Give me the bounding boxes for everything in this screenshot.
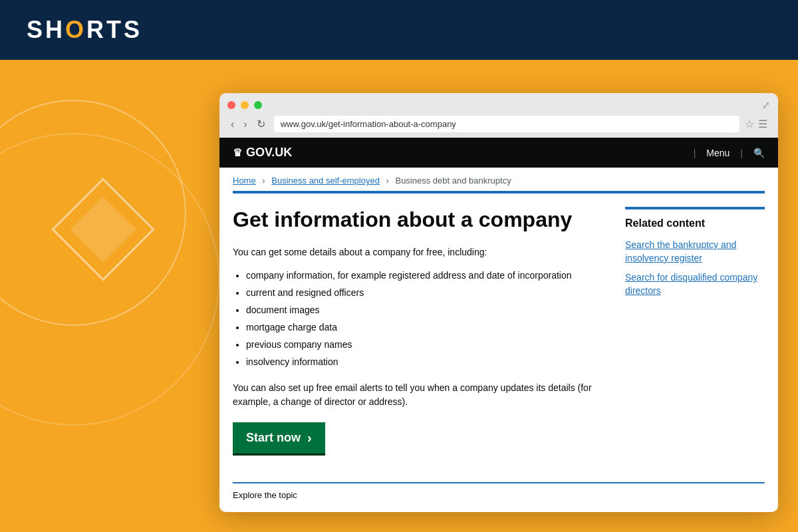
page-note: You can also set up free email alerts to… xyxy=(233,381,605,409)
feature-list: company information, for example registe… xyxy=(233,269,605,369)
gov-main: Get information about a company You can … xyxy=(233,207,605,456)
sidebar-border: Related content Search the bankruptcy an… xyxy=(625,207,765,297)
minimize-dot[interactable] xyxy=(241,101,249,109)
sidebar-link[interactable]: Search for disqualified company director… xyxy=(625,271,765,297)
title-bar: ⤢ xyxy=(227,100,770,110)
sidebar-link[interactable]: Search the bankruptcy and insolvency reg… xyxy=(625,239,765,265)
top-bar: SHORTS xyxy=(0,0,798,60)
back-button[interactable]: ‹ xyxy=(227,116,237,132)
menu-icon[interactable]: ☰ xyxy=(758,118,767,130)
close-dot[interactable] xyxy=(227,101,235,109)
forward-button[interactable]: › xyxy=(240,116,250,132)
list-item: document images xyxy=(246,303,605,317)
start-now-button[interactable]: Start now › xyxy=(233,422,325,456)
list-item: current and resigned officers xyxy=(246,286,605,300)
nav-buttons: ‹ › ↻ xyxy=(227,116,269,132)
list-item: company information, for example registe… xyxy=(246,269,605,283)
nav-divider-2: | xyxy=(740,148,743,158)
logo-o: O xyxy=(65,16,86,43)
search-icon[interactable]: 🔍 xyxy=(753,148,765,158)
bookmark-icon[interactable]: ☆ xyxy=(745,118,754,130)
sidebar-title: Related content xyxy=(625,217,765,229)
gov-logo-text: GOV.UK xyxy=(246,146,292,160)
menu-button[interactable]: Menu xyxy=(706,148,730,158)
main-background: ⤢ ‹ › ↻ ☆ ☰ ♛ GOV.UK xyxy=(0,60,798,532)
gov-nav: ♛ GOV.UK | Menu | 🔍 xyxy=(219,138,778,168)
gov-page: ♛ GOV.UK | Menu | 🔍 Home › Business and … xyxy=(219,138,778,512)
gov-nav-right: | Menu | 🔍 xyxy=(694,148,765,158)
breadcrumb-home[interactable]: Home xyxy=(233,176,256,186)
gov-logo: ♛ GOV.UK xyxy=(233,146,292,160)
breadcrumb-level2: Business debt and bankruptcy xyxy=(395,176,511,186)
shorts-logo: SHORTS xyxy=(27,16,142,44)
decorative-area xyxy=(0,60,239,532)
expand-icon: ⤢ xyxy=(762,100,770,110)
breadcrumb-level1[interactable]: Business and self-employed xyxy=(271,176,380,186)
start-now-label: Start now xyxy=(246,431,301,445)
gov-content: Get information about a company You can … xyxy=(219,194,778,469)
breadcrumb-sep-2: › xyxy=(386,176,389,186)
maximize-dot[interactable] xyxy=(254,101,262,109)
reload-button[interactable]: ↻ xyxy=(253,116,269,132)
address-bar: ‹ › ↻ ☆ ☰ xyxy=(227,116,770,138)
list-item: previous company names xyxy=(246,338,605,352)
url-input[interactable] xyxy=(274,116,739,132)
browser-window: ⤢ ‹ › ↻ ☆ ☰ ♛ GOV.UK xyxy=(219,93,778,512)
list-item: insolvency information xyxy=(246,355,605,369)
list-item: mortgage charge data xyxy=(246,321,605,334)
browser-chrome: ⤢ ‹ › ↻ ☆ ☰ xyxy=(219,93,778,138)
page-title: Get information about a company xyxy=(233,207,605,232)
breadcrumb-sep-1: › xyxy=(262,176,265,186)
breadcrumb: Home › Business and self-employed › Busi… xyxy=(219,168,778,191)
bottom-text: Explore the topic xyxy=(219,483,778,507)
sidebar-links: Search the bankruptcy and insolvency reg… xyxy=(625,239,765,297)
crown-icon: ♛ xyxy=(233,146,242,159)
page-intro: You can get some details about a company… xyxy=(233,245,605,259)
nav-divider: | xyxy=(694,148,696,158)
circle-inner xyxy=(0,133,219,426)
browser-actions: ☆ ☰ xyxy=(745,118,770,130)
arrow-icon: › xyxy=(307,430,312,446)
gov-sidebar: Related content Search the bankruptcy an… xyxy=(625,207,765,456)
